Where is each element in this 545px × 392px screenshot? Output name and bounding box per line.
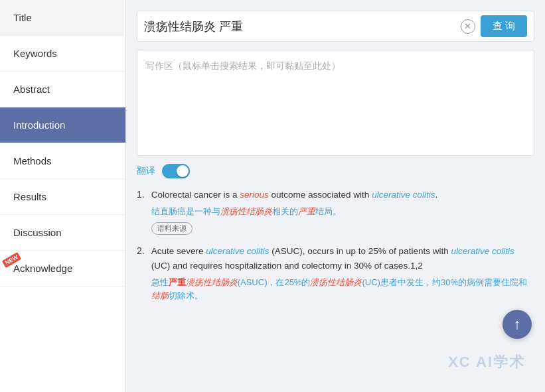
result-en[interactable]: Colorectal cancer is a serious outcome a… <box>151 188 534 202</box>
sidebar-item-label: Methods <box>13 155 52 166</box>
toggle-knob <box>177 165 189 177</box>
en-text-part: (UC) and requires hospitalization and co… <box>151 261 423 271</box>
scroll-up-button[interactable]: ↑ <box>503 310 532 339</box>
result-item-1: 1.Colorectal cancer is a serious outcome… <box>137 188 534 235</box>
en-text-part: Acute severe <box>151 246 206 256</box>
result-en[interactable]: Acute severe ulcerative colitis (ASUC), … <box>151 244 534 273</box>
result-number: 2. <box>137 245 145 256</box>
search-input[interactable] <box>144 19 455 33</box>
sidebar-item-results[interactable]: Results <box>0 179 125 215</box>
sidebar-item-acknowledge[interactable]: NEWAcknowledge <box>0 251 125 287</box>
sidebar-item-label: Keywords <box>13 48 57 59</box>
en-text-part: serious <box>240 190 269 200</box>
sidebar-item-abstract[interactable]: Abstract <box>0 72 125 107</box>
sidebar-item-title[interactable]: Title <box>0 0 125 36</box>
writing-placeholder: 写作区（鼠标单击搜索结果，即可黏贴至此处） <box>145 60 341 71</box>
translate-toggle[interactable] <box>162 164 190 178</box>
sidebar: TitleKeywordsAbstractIntroductionMethods… <box>0 0 126 392</box>
watermark: XC AI学术 <box>448 352 525 372</box>
sidebar-item-discussion[interactable]: Discussion <box>0 215 125 251</box>
result-content: Colorectal cancer is a serious outcome a… <box>151 188 534 235</box>
sidebar-item-introduction[interactable]: Introduction <box>0 107 125 143</box>
main-content: ✕ 查 询 写作区（鼠标单击搜索结果，即可黏贴至此处） 翻译 1.Colorec… <box>126 0 545 392</box>
sidebar-item-keywords[interactable]: Keywords <box>0 36 125 72</box>
translate-label: 翻译 <box>137 165 155 177</box>
en-text-part: (ASUC), occurs in up to 25% of patients … <box>270 246 451 256</box>
search-button[interactable]: 查 询 <box>481 15 527 37</box>
en-text-part: ulcerative colitis <box>451 246 514 256</box>
en-text-part: ulcerative colitis <box>206 246 269 256</box>
sidebar-item-label: Abstract <box>13 84 50 95</box>
writing-area[interactable]: 写作区（鼠标单击搜索结果，即可黏贴至此处） <box>137 50 534 156</box>
sidebar-item-label: Results <box>13 191 46 202</box>
sidebar-item-label: Discussion <box>13 227 62 238</box>
en-text-part: outcome associated with <box>269 190 372 200</box>
sidebar-item-methods[interactable]: Methods <box>0 143 125 179</box>
translate-row: 翻译 <box>137 164 534 178</box>
en-text-part: . <box>435 190 437 200</box>
clear-button[interactable]: ✕ <box>461 19 475 34</box>
sidebar-item-label: Acknowledge <box>13 263 72 274</box>
results-list: 1.Colorectal cancer is a serious outcome… <box>137 188 534 306</box>
result-zh: 急性严重溃疡性结肠炎(ASUC)，在25%的溃疡性结肠炎(UC)患者中发生，约3… <box>151 276 534 304</box>
en-text-part: ulcerative colitis <box>372 190 435 200</box>
sidebar-item-label: Title <box>13 12 32 23</box>
source-tag[interactable]: 语料来源 <box>151 222 193 235</box>
search-bar: ✕ 查 询 <box>137 11 534 42</box>
result-zh: 结直肠癌是一种与溃疡性结肠炎相关的严重结局。 <box>151 205 534 219</box>
en-text-part: Colorectal cancer is a <box>151 190 240 200</box>
result-content: Acute severe ulcerative colitis (ASUC), … <box>151 244 534 306</box>
result-number: 1. <box>137 189 145 200</box>
result-item-2: 2.Acute severe ulcerative colitis (ASUC)… <box>137 244 534 306</box>
sidebar-item-label: Introduction <box>13 119 65 131</box>
